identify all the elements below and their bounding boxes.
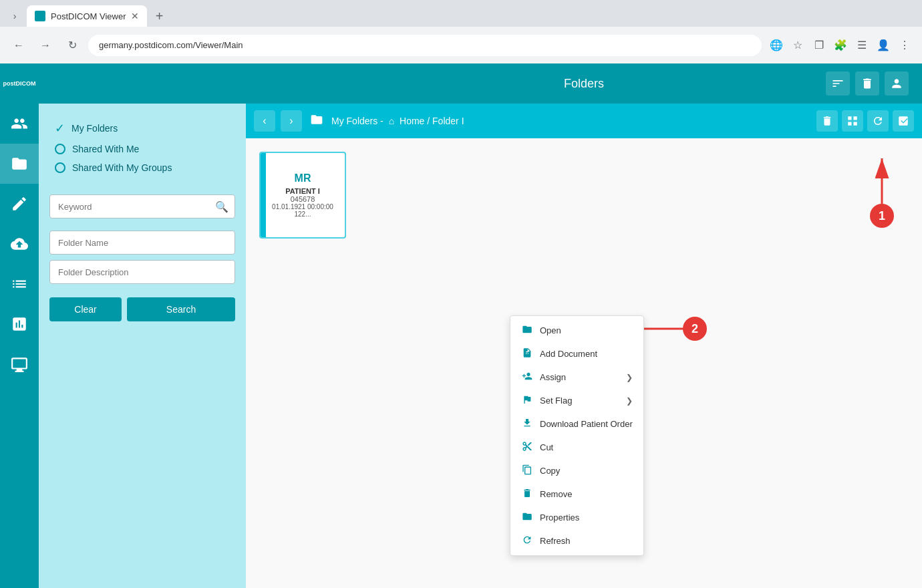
- toolbar-back-button[interactable]: ‹: [254, 110, 275, 132]
- context-menu-cut[interactable]: Cut: [510, 436, 643, 459]
- copy-label: Copy: [540, 466, 560, 476]
- annotation-circle-1: 1: [870, 204, 894, 228]
- sidebar-icon-list[interactable]: [0, 264, 39, 304]
- profile-icon[interactable]: 👤: [874, 36, 893, 55]
- app-logo: postDICOM: [3, 80, 36, 88]
- breadcrumb-text: My Folders - ⌂ Home / Folder I: [331, 116, 464, 126]
- shared-with-me-radio: [55, 144, 65, 154]
- refresh-label: Refresh: [540, 536, 571, 546]
- context-menu-add-document[interactable]: Add Document: [510, 342, 643, 365]
- nav-shared-with-groups[interactable]: Shared With My Groups: [49, 158, 235, 177]
- app-header: Folders: [246, 63, 922, 104]
- back-button[interactable]: ←: [8, 35, 29, 56]
- left-panel: ✓ My Folders Shared With Me Shared With …: [39, 63, 246, 588]
- keyword-search-icon[interactable]: 🔍: [215, 200, 228, 213]
- toolbar-view-button[interactable]: [842, 110, 863, 132]
- shared-with-me-label: Shared With Me: [72, 144, 139, 154]
- assign-arrow-icon: ❯: [626, 373, 633, 382]
- context-menu: Open Add Document Assign ❯: [510, 315, 644, 556]
- sidebar-toggle-icon[interactable]: ☰: [853, 36, 871, 55]
- annotation-1-container: 1: [855, 145, 909, 228]
- app-container: postDICOM ✓ My Folders: [0, 63, 922, 588]
- new-tab-button[interactable]: +: [150, 7, 168, 25]
- toolbar-more-button[interactable]: [893, 110, 914, 132]
- user-header-button[interactable]: [885, 71, 909, 96]
- context-menu-set-flag[interactable]: Set Flag ❯: [510, 389, 643, 412]
- my-folders-check-icon: ✓: [55, 121, 65, 136]
- search-button[interactable]: Search: [127, 297, 235, 321]
- toolbar-right-buttons: [816, 110, 914, 132]
- open-icon: [521, 324, 533, 337]
- patient-number: 122...: [294, 210, 311, 218]
- tab-close-icon[interactable]: ✕: [131, 11, 139, 21]
- folder-toolbar: ‹ › My Folders - ⌂ Home / Folder I: [246, 104, 922, 138]
- left-panel-header: [39, 63, 246, 104]
- tab-scroll-prev[interactable]: ›: [5, 7, 24, 25]
- context-menu-remove[interactable]: Remove: [510, 482, 643, 506]
- download-icon: [521, 418, 533, 430]
- remove-label: Remove: [540, 489, 572, 499]
- sidebar-icon-people[interactable]: [0, 104, 39, 144]
- assign-icon: [521, 371, 533, 384]
- cut-label: Cut: [540, 442, 553, 452]
- pip-icon[interactable]: ❐: [810, 36, 828, 55]
- sidebar-icon-monitor[interactable]: [0, 344, 39, 384]
- translate-icon[interactable]: 🌐: [767, 36, 786, 55]
- button-row: Clear Search: [49, 297, 235, 321]
- keyword-input[interactable]: [49, 194, 235, 218]
- bookmark-icon[interactable]: ☆: [788, 36, 807, 55]
- toolbar-refresh-button[interactable]: [867, 110, 889, 132]
- address-input[interactable]: [88, 35, 762, 56]
- sidebar-icon-folder[interactable]: [0, 144, 39, 184]
- clear-button[interactable]: Clear: [49, 297, 122, 321]
- reload-button[interactable]: ↻: [61, 35, 83, 56]
- add-document-icon: [521, 347, 533, 360]
- extensions-icon[interactable]: 🧩: [831, 36, 850, 55]
- toolbar-forward-button[interactable]: ›: [281, 110, 302, 132]
- nav-shared-with-me[interactable]: Shared With Me: [49, 140, 235, 158]
- nav-items: ✓ My Folders Shared With Me Shared With …: [39, 104, 246, 184]
- header-action-buttons: [826, 71, 909, 96]
- browser-tab-active[interactable]: PostDICOM Viewer ✕: [27, 5, 147, 27]
- delete-header-button[interactable]: [855, 71, 879, 96]
- keyword-wrapper: 🔍: [49, 194, 235, 218]
- patient-type: MR: [295, 172, 311, 184]
- sidebar-icon-analytics[interactable]: [0, 304, 39, 344]
- folder-desc-input[interactable]: [49, 260, 235, 284]
- set-flag-label: Set Flag: [540, 396, 572, 406]
- properties-icon: [521, 511, 533, 524]
- tab-bar: › PostDICOM Viewer ✕ +: [0, 0, 922, 27]
- search-section: 🔍 Clear Search: [39, 184, 246, 332]
- folder-name-input[interactable]: [49, 231, 235, 255]
- context-menu-copy[interactable]: Copy: [510, 459, 643, 482]
- forward-button[interactable]: →: [35, 35, 56, 56]
- main-column: Folders ‹ › My Folders -: [246, 63, 922, 588]
- sidebar-icon-upload[interactable]: [0, 224, 39, 264]
- breadcrumb-home-icon: ⌂: [389, 116, 394, 126]
- my-folders-label: My Folders: [71, 123, 118, 134]
- cut-icon: [521, 441, 533, 454]
- sidebar-icon-edit[interactable]: [0, 184, 39, 224]
- download-label: Download Patient Order: [540, 419, 633, 429]
- logo-area: postDICOM: [0, 63, 39, 104]
- content-area: MR PATIENT I 045678 01.01.1921 00:00:00 …: [246, 138, 922, 588]
- add-document-label: Add Document: [540, 349, 597, 359]
- patient-name: PATIENT I: [285, 187, 320, 195]
- set-flag-icon: [521, 394, 533, 407]
- patient-id: 045678: [291, 195, 315, 203]
- context-menu-download[interactable]: Download Patient Order: [510, 412, 643, 436]
- address-bar: ← → ↻ 🌐 ☆ ❐ 🧩 ☰ 👤 ⋮: [0, 27, 922, 63]
- toolbar-delete-button[interactable]: [816, 110, 838, 132]
- browser-actions: 🌐 ☆ ❐ 🧩 ☰ 👤 ⋮: [767, 36, 914, 55]
- sort-button[interactable]: [826, 71, 850, 96]
- nav-my-folders[interactable]: ✓ My Folders: [49, 117, 235, 140]
- patient-card[interactable]: MR PATIENT I 045678 01.01.1921 00:00:00 …: [259, 152, 346, 239]
- open-label: Open: [540, 325, 561, 335]
- context-menu-properties[interactable]: Properties: [510, 506, 643, 529]
- context-menu-refresh[interactable]: Refresh: [510, 529, 643, 553]
- context-menu-assign[interactable]: Assign ❯: [510, 365, 643, 389]
- menu-icon[interactable]: ⋮: [895, 36, 914, 55]
- app-title: Folders: [564, 77, 604, 91]
- remove-icon: [521, 488, 533, 500]
- context-menu-open[interactable]: Open: [510, 319, 643, 342]
